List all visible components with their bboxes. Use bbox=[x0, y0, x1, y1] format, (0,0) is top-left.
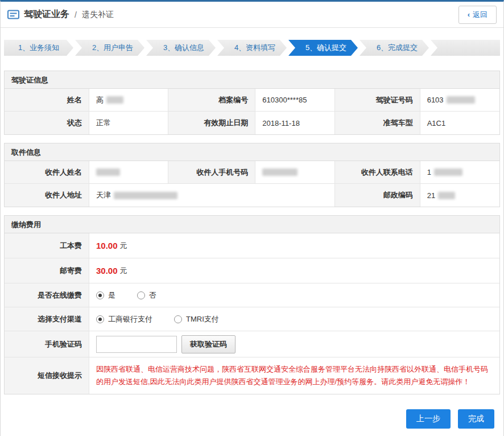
production-fee-value: 10.00 元 bbox=[89, 233, 499, 258]
sms-notice-text-cell: 因陕西省联通、电信运营商技术问题，陕西省互联网交通安全综合服务管理平台无法向持陕… bbox=[89, 357, 499, 394]
recipient-mobile-label: 收件人手机号码 bbox=[168, 161, 255, 184]
radio-channel-icbc[interactable]: 工商银行支付 bbox=[96, 314, 152, 324]
step-label: 4、资料填写 bbox=[234, 43, 275, 53]
mailing-fee-value: 30.00 元 bbox=[89, 258, 499, 283]
redacted-value bbox=[96, 168, 120, 176]
fee-unit: 元 bbox=[120, 241, 127, 251]
mailing-fee-label: 邮寄费 bbox=[5, 258, 89, 283]
file-number-label: 档案编号 bbox=[168, 89, 255, 112]
fee-amount: 10.00 bbox=[96, 241, 118, 250]
step-4-fill-data[interactable]: 4、资料填写 bbox=[217, 40, 287, 56]
payment-channel-options: 工商银行支付 TMRI支付 bbox=[89, 307, 499, 331]
step-label: 3、确认信息 bbox=[163, 43, 204, 53]
previous-step-button[interactable]: 上一步 bbox=[406, 409, 451, 429]
step-5-confirm-submit[interactable]: 5、确认提交 bbox=[288, 40, 358, 56]
license-info-table: 姓名 高 档案编号 610300****85 驾驶证号码 6103 状态 正常 … bbox=[5, 89, 499, 134]
sms-notice-label: 短信接收提示 bbox=[5, 357, 89, 394]
pickup-info-title: 取件信息 bbox=[5, 143, 499, 161]
radio-label: 是 bbox=[108, 290, 115, 301]
page: 驾驶证业务 / 遗失补证 ‹ 返回 1、业务须知 2、用户申告 3、确认信息 4… bbox=[0, 0, 504, 436]
get-captcha-button[interactable]: 获取验证码 bbox=[181, 335, 236, 353]
recipient-name-label: 收件人姓名 bbox=[5, 161, 89, 184]
zip-code-label: 邮政编码 bbox=[335, 184, 420, 207]
main-content: 驾驶证信息 姓名 高 档案编号 610300****85 驾驶证号码 6103 … bbox=[4, 71, 500, 429]
breadcrumb-separator: / bbox=[75, 10, 77, 19]
back-chevron-icon: ‹ bbox=[468, 11, 470, 18]
recipient-mobile-value bbox=[255, 161, 334, 184]
payment-section: 缴纳费用 工本费 10.00 元 邮寄费 30.00 元 是否在线缴费 bbox=[4, 215, 500, 394]
online-payment-label: 是否在线缴费 bbox=[5, 283, 89, 307]
captcha-input[interactable] bbox=[96, 336, 177, 353]
pickup-info-section: 取件信息 收件人姓名 收件人手机号码 收件人联系电话 1 收件人地址 天津 邮政… bbox=[4, 143, 500, 207]
breadcrumb-current: 遗失补证 bbox=[82, 10, 114, 20]
recipient-phone-label: 收件人联系电话 bbox=[335, 161, 420, 184]
recipient-phone-value: 1 bbox=[420, 161, 499, 184]
payment-table: 工本费 10.00 元 邮寄费 30.00 元 是否在线缴费 是 bbox=[5, 233, 499, 394]
redacted-value bbox=[114, 192, 177, 199]
redacted-value bbox=[106, 96, 123, 104]
step-nav: 1、业务须知 2、用户申告 3、确认信息 4、资料填写 5、确认提交 6、完成提… bbox=[4, 40, 500, 56]
fee-unit: 元 bbox=[120, 266, 127, 276]
radio-circle-icon bbox=[174, 315, 182, 323]
step-label: 6、完成提交 bbox=[377, 43, 418, 53]
pickup-info-table: 收件人姓名 收件人手机号码 收件人联系电话 1 收件人地址 天津 邮政编码 21 bbox=[5, 161, 499, 207]
expiry-label: 有效期止日期 bbox=[168, 112, 255, 134]
step-2-user-declaration[interactable]: 2、用户申告 bbox=[75, 40, 144, 56]
header-bar: 驾驶证业务 / 遗失补证 ‹ 返回 bbox=[1, 2, 503, 28]
step-6-complete-submit[interactable]: 6、完成提交 bbox=[360, 40, 429, 56]
step-label: 1、业务须知 bbox=[18, 43, 59, 53]
step-label: 5、确认提交 bbox=[305, 43, 346, 53]
vehicle-type-value: A1C1 bbox=[420, 112, 499, 134]
file-number-value: 610300****85 bbox=[255, 89, 334, 112]
step-1-business-notice[interactable]: 1、业务须知 bbox=[4, 40, 73, 56]
radio-online-no[interactable]: 否 bbox=[137, 290, 156, 301]
sms-notice-text: 因陕西省联通、电信运营商技术问题，陕西省互联网交通安全综合服务管理平台无法向持陕… bbox=[96, 363, 493, 388]
radio-label: TMRI支付 bbox=[186, 314, 219, 324]
zip-code-value: 21 bbox=[420, 184, 499, 207]
radio-label: 否 bbox=[149, 290, 156, 301]
redacted-value bbox=[262, 168, 298, 176]
payment-title: 缴纳费用 bbox=[5, 216, 499, 233]
footer-actions: 上一步 完成 bbox=[10, 409, 494, 429]
recipient-address-value: 天津 bbox=[89, 184, 335, 207]
step-nav-filler bbox=[431, 40, 500, 56]
license-number-value: 6103 bbox=[420, 89, 499, 112]
back-button[interactable]: ‹ 返回 bbox=[458, 6, 497, 24]
step-3-confirm-info[interactable]: 3、确认信息 bbox=[146, 40, 216, 56]
radio-label: 工商银行支付 bbox=[108, 314, 152, 324]
recipient-name-value bbox=[89, 161, 168, 184]
captcha-row: 获取验证码 bbox=[89, 331, 499, 357]
breadcrumb: 驾驶证业务 / 遗失补证 bbox=[7, 9, 114, 20]
redacted-value bbox=[438, 192, 455, 199]
step-label: 2、用户申告 bbox=[92, 43, 133, 53]
online-payment-options: 是 否 bbox=[89, 283, 499, 307]
redacted-value bbox=[447, 96, 475, 104]
license-info-section: 驾驶证信息 姓名 高 档案编号 610300****85 驾驶证号码 6103 … bbox=[4, 71, 500, 135]
vehicle-type-label: 准驾车型 bbox=[335, 112, 420, 134]
license-form-icon bbox=[7, 10, 19, 19]
back-label: 返回 bbox=[473, 10, 488, 20]
name-label: 姓名 bbox=[5, 89, 89, 112]
license-number-label: 驾驶证号码 bbox=[335, 89, 420, 112]
radio-channel-tmri[interactable]: TMRI支付 bbox=[174, 314, 219, 324]
radio-circle-icon bbox=[96, 315, 104, 323]
radio-online-yes[interactable]: 是 bbox=[96, 290, 115, 301]
expiry-value: 2018-11-18 bbox=[255, 112, 334, 134]
fee-amount: 30.00 bbox=[96, 266, 118, 275]
recipient-address-label: 收件人地址 bbox=[5, 184, 89, 207]
production-fee-label: 工本费 bbox=[5, 233, 89, 258]
radio-circle-icon bbox=[137, 291, 145, 299]
redacted-value bbox=[434, 168, 462, 176]
captcha-label: 手机验证码 bbox=[5, 331, 89, 357]
finish-button[interactable]: 完成 bbox=[458, 409, 494, 429]
status-value: 正常 bbox=[89, 112, 168, 134]
page-title: 驾驶证业务 bbox=[24, 9, 69, 20]
name-value: 高 bbox=[89, 89, 168, 112]
license-info-title: 驾驶证信息 bbox=[5, 71, 499, 89]
payment-channel-label: 选择支付渠道 bbox=[5, 307, 89, 331]
radio-circle-icon bbox=[96, 291, 104, 299]
status-label: 状态 bbox=[5, 112, 89, 134]
